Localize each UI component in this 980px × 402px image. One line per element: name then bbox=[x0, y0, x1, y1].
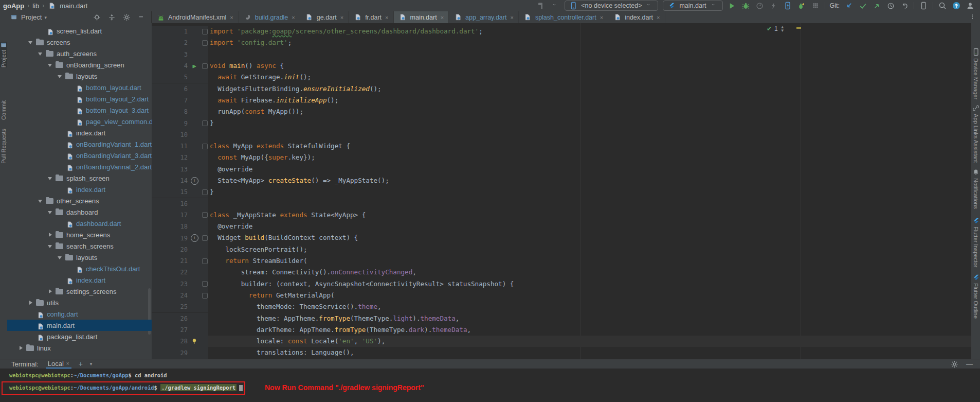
tree-item-config.dart[interactable]: config.dart bbox=[7, 308, 152, 320]
device-selector[interactable]: <no device selected> bbox=[565, 1, 658, 11]
hot-restart-icon[interactable] bbox=[797, 1, 806, 10]
terminal-tab-local[interactable]: Local × bbox=[46, 359, 71, 369]
code-text[interactable]: } bbox=[208, 117, 971, 129]
ide-update-icon[interactable] bbox=[952, 1, 961, 10]
breadcrumb-item-main.dart[interactable]: main.dart bbox=[60, 2, 87, 10]
tree-item-index.dart[interactable]: index.dart bbox=[7, 127, 152, 138]
collapse-all-icon[interactable] bbox=[107, 13, 116, 22]
overrides-method-icon[interactable]: ↑ bbox=[191, 234, 198, 242]
run-main-icon[interactable]: ▶▶ bbox=[192, 63, 196, 69]
history-icon[interactable] bbox=[886, 1, 895, 10]
code-text[interactable]: import 'package:goapp/screens/other_scre… bbox=[208, 26, 971, 37]
tab-fr.dart[interactable]: fr.dart× bbox=[349, 11, 393, 23]
fold-marker-icon[interactable] bbox=[202, 293, 208, 299]
intention-bulb-icon[interactable] bbox=[191, 338, 197, 345]
profiler-icon[interactable] bbox=[755, 1, 765, 10]
breadcrumb[interactable]: goApp›lib›main.dart bbox=[0, 1, 87, 10]
tree-item-index.dart[interactable]: index.dart bbox=[7, 184, 152, 195]
next-inspection-icon[interactable]: ▼ bbox=[781, 29, 785, 32]
tree-item-other_screens[interactable]: other_screens bbox=[7, 195, 152, 206]
tab-splash_controller.dart[interactable]: splash_controller.dart× bbox=[519, 11, 608, 23]
fold-marker-icon[interactable] bbox=[202, 29, 208, 34]
tree-item-dashboard.dart[interactable]: dashboard.dart bbox=[7, 218, 152, 229]
code-text[interactable]: themeMode: ThemeService().theme, bbox=[208, 301, 971, 312]
terminal-tab-close-icon[interactable]: × bbox=[66, 361, 69, 366]
code-editor[interactable]: 1import 'package:goapp/screens/other_scr… bbox=[152, 23, 971, 359]
tab-build.gradle[interactable]: build.gradle× bbox=[239, 11, 300, 23]
tool-button-notifications[interactable]: Notifications bbox=[972, 169, 980, 209]
fold-marker-icon[interactable] bbox=[202, 281, 208, 287]
new-terminal-icon[interactable]: + bbox=[79, 360, 83, 368]
collapse-arrow-icon[interactable] bbox=[48, 177, 52, 180]
tree-item-bottom_layout_2.dart[interactable]: bottom_layout_2.dart bbox=[7, 93, 152, 104]
build-hammer-icon[interactable] bbox=[537, 1, 546, 10]
expand-arrow-icon[interactable] bbox=[49, 233, 52, 237]
tree-item-onBoardingVariant_3.dart[interactable]: onBoardingVariant_3.dart bbox=[7, 150, 152, 161]
search-everywhere-icon[interactable] bbox=[938, 1, 947, 10]
tree-item-home_screens[interactable]: home_screens bbox=[7, 229, 152, 240]
fold-marker-icon[interactable] bbox=[202, 63, 208, 69]
tree-item-index.dart[interactable]: index.dart bbox=[7, 274, 152, 286]
terminal-dropdown-icon[interactable]: ▾ bbox=[90, 361, 93, 366]
tree-item-search_screens[interactable]: search_screens bbox=[7, 240, 152, 252]
collapse-arrow-icon[interactable] bbox=[48, 245, 52, 248]
collapse-arrow-icon[interactable] bbox=[48, 211, 52, 214]
settings-icon[interactable] bbox=[122, 13, 131, 22]
tree-item-dashboard[interactable]: dashboard bbox=[7, 206, 152, 218]
tool-button-app-links-assistant[interactable]: App Links Assistant bbox=[972, 104, 980, 163]
expand-arrow-icon[interactable] bbox=[49, 289, 52, 293]
fold-marker-icon[interactable] bbox=[202, 258, 208, 264]
tree-item-package_list.dart[interactable]: package_list.dart bbox=[7, 331, 152, 342]
collapse-arrow-icon[interactable] bbox=[38, 53, 42, 56]
fold-marker-icon[interactable] bbox=[202, 120, 208, 126]
tree-item-bottom_layout_3.dart[interactable]: bottom_layout_3.dart bbox=[7, 104, 152, 116]
code-text[interactable]: translations: Language(), bbox=[208, 347, 971, 358]
fold-marker-icon[interactable] bbox=[202, 189, 208, 195]
tab-AndroidManifest.xml[interactable]: AndroidManifest.xml× bbox=[152, 11, 239, 23]
code-text[interactable]: @override bbox=[208, 221, 971, 232]
tab-ge.dart[interactable]: ge.dart× bbox=[300, 11, 349, 23]
tree-item-screen_list.dart[interactable]: screen_list.dart bbox=[7, 25, 152, 37]
tab-close-icon[interactable]: × bbox=[600, 14, 603, 21]
fold-marker-icon[interactable] bbox=[202, 40, 208, 46]
tool-button-flutter-inspector[interactable]: Flutter Inspector bbox=[972, 218, 980, 267]
code-text[interactable]: await GetStorage.init(); bbox=[208, 72, 971, 83]
code-text[interactable]: stream: Connectivity().onConnectivityCha… bbox=[208, 267, 971, 278]
tree-item-checkThisOut.dart[interactable]: checkThisOut.dart bbox=[7, 263, 152, 274]
tree-item-auth_screens[interactable]: auth_screens bbox=[7, 48, 152, 59]
device-manager-icon[interactable] bbox=[919, 1, 928, 10]
tool-button-project[interactable]: Project bbox=[0, 42, 7, 67]
collapse-arrow-icon[interactable] bbox=[28, 41, 32, 44]
profile-icon[interactable] bbox=[966, 1, 975, 10]
tree-item-utils[interactable]: utils bbox=[7, 297, 152, 308]
rollback-icon[interactable] bbox=[900, 1, 909, 10]
code-text[interactable]: lockScreenPortrait(); bbox=[208, 244, 971, 255]
git-update-icon[interactable] bbox=[844, 1, 854, 10]
fold-marker-icon[interactable] bbox=[202, 144, 208, 149]
breadcrumb-item-goApp[interactable]: goApp bbox=[3, 2, 24, 10]
tree-item-layouts[interactable]: layouts bbox=[7, 71, 152, 82]
tab-close-icon[interactable]: × bbox=[292, 14, 295, 21]
code-text[interactable]: } bbox=[208, 186, 971, 198]
tab-close-icon[interactable]: × bbox=[441, 14, 444, 21]
tab-close-icon[interactable]: × bbox=[340, 14, 343, 21]
tree-item-onBoardingVarinat_2.dart[interactable]: onBoardingVarinat_2.dart bbox=[7, 161, 152, 172]
hide-panel-icon[interactable] bbox=[137, 13, 146, 22]
run-configuration-selector[interactable]: main.dart bbox=[663, 1, 722, 11]
code-text[interactable]: return StreamBuilder( bbox=[208, 255, 971, 267]
tree-item-linux[interactable]: linux bbox=[7, 342, 152, 354]
project-panel-title[interactable]: Project bbox=[21, 13, 42, 21]
code-text[interactable]: return GetMaterialApp( bbox=[208, 290, 971, 301]
tab-main.dart[interactable]: main.dart× bbox=[394, 11, 449, 23]
tree-item-page_view_common.dart[interactable]: page_view_common.dart bbox=[7, 116, 152, 127]
inspections-widget[interactable]: ✔ 1 ▲▼ bbox=[767, 25, 785, 32]
attach-debugger-icon[interactable] bbox=[783, 1, 792, 10]
code-text[interactable]: locale: const Locale('en', 'US'), bbox=[208, 336, 971, 347]
code-text[interactable]: class MyApp extends StatefulWidget { bbox=[208, 141, 971, 152]
code-text[interactable]: runApp(const MyApp()); bbox=[208, 106, 971, 117]
tool-button-flutter-outline[interactable]: Flutter Outline bbox=[972, 274, 980, 319]
tab-close-icon[interactable]: × bbox=[230, 14, 233, 21]
tab-options-icon[interactable] bbox=[970, 13, 976, 21]
tab-close-icon[interactable]: × bbox=[657, 14, 660, 21]
code-text[interactable]: class _MyAppState extends State<MyApp> { bbox=[208, 209, 971, 221]
